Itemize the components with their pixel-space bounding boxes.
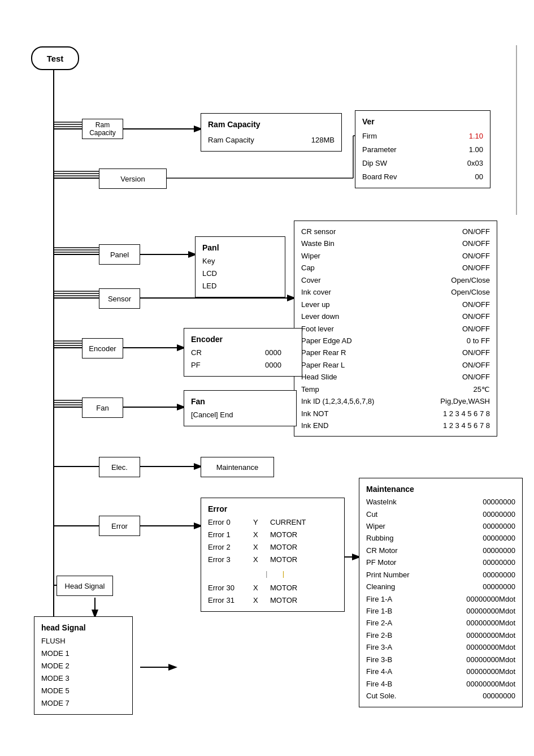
error-row-col: X bbox=[253, 594, 262, 607]
maintenance-row-label: Fire 1-B bbox=[366, 605, 392, 617]
sensor-row-label: Temp bbox=[301, 383, 319, 395]
ram-panel-label: Ram Capacity bbox=[208, 134, 254, 146]
sensor-row-label: Ink ID (1,2,3,4,5,6,7,8) bbox=[301, 395, 374, 407]
sensor-row-label: Waste Bin bbox=[301, 237, 335, 249]
panl-item: LCD bbox=[202, 267, 278, 280]
maintenance-row: Fire 4-B00000000Mdot bbox=[366, 678, 515, 690]
sensor-row: Ink coverOpen/Close bbox=[301, 286, 490, 298]
error-row-col: X bbox=[253, 541, 262, 554]
sensor-row-label: Lever down bbox=[301, 310, 339, 322]
encoder-panel: EncoderCR0000PF0000 bbox=[184, 328, 302, 377]
maintenance-row-label: Print Number bbox=[366, 569, 410, 581]
ver-title: Ver bbox=[362, 115, 483, 129]
maintenance-row-label: Fire 3-B bbox=[366, 654, 392, 666]
panel-box: Panel bbox=[99, 244, 140, 265]
fan-label: Fan bbox=[96, 404, 108, 412]
encoder-row-label: PF bbox=[191, 359, 201, 371]
sensor-row: Head SlideON/OFF bbox=[301, 371, 490, 383]
sensor-row: Lever upON/OFF bbox=[301, 299, 490, 310]
version-box: Version bbox=[99, 169, 167, 189]
error-row-value: MOTOR bbox=[270, 594, 297, 607]
ram-capacity-small-label: Ram Capacity bbox=[84, 121, 121, 137]
sensor-row-label: Lever up bbox=[301, 299, 330, 310]
maintenance-row: CR Motor00000000 bbox=[366, 545, 515, 556]
ver-row-value: 0x03 bbox=[467, 157, 483, 170]
sensor-row-label: Head Slide bbox=[301, 371, 337, 383]
encoder-box: Encoder bbox=[82, 338, 123, 358]
sensor-row: Ink END1 2 3 4 5 6 7 8 bbox=[301, 420, 490, 431]
sensor-box: Sensor bbox=[99, 288, 140, 309]
maintenance-row-label: Fire 1-A bbox=[366, 593, 392, 605]
sensor-row-value: 1 2 3 4 5 6 7 8 bbox=[443, 408, 490, 420]
ram-capacity-panel: Ram Capacity Ram Capacity 128MB bbox=[201, 113, 342, 152]
error-box: Error bbox=[99, 516, 140, 536]
error-dots: | | bbox=[208, 566, 337, 582]
sensor-panel: CR sensorON/OFFWaste BinON/OFFWiperON/OF… bbox=[294, 221, 497, 437]
maintenance-row: WasteInk00000000 bbox=[366, 496, 515, 508]
sensor-row-label: Paper Rear L bbox=[301, 359, 345, 371]
maintenance-row: Cut Sole.00000000 bbox=[366, 690, 515, 702]
fan-row: [Cancel] End bbox=[191, 409, 289, 421]
error-row: Error 31XMOTOR bbox=[208, 594, 337, 607]
head-signal-item: MODE 5 bbox=[41, 685, 125, 697]
ver-row-value: 1.10 bbox=[469, 130, 483, 142]
maintenance-row-label: Rubbing bbox=[366, 532, 393, 544]
sensor-row-value: 25℃ bbox=[474, 383, 490, 395]
head-signal-item: MODE 3 bbox=[41, 672, 125, 685]
panl-item: Key bbox=[202, 255, 278, 267]
maintenance-row-value: 00000000Mdot bbox=[466, 654, 515, 666]
sensor-row-value: Pig,Dye,WASH bbox=[440, 395, 490, 407]
head-signal-sub-panel: head SignalFLUSHMODE 1MODE 2MODE 3MODE 5… bbox=[34, 616, 133, 715]
right-divider bbox=[516, 45, 517, 215]
sensor-row-value: ON/OFF bbox=[462, 250, 490, 262]
maintenance-row-label: PF Motor bbox=[366, 556, 396, 568]
maintenance-row: Cleaning00000000 bbox=[366, 581, 515, 593]
maintenance-row-value: 00000000Mdot bbox=[466, 666, 515, 677]
maintenance-row-label: Cut Sole. bbox=[366, 690, 396, 702]
maintenance-title: Maintenance bbox=[366, 483, 515, 496]
elec-box: Elec. bbox=[99, 457, 140, 477]
sensor-row: Lever downON/OFF bbox=[301, 310, 490, 322]
ver-row: Board Rev00 bbox=[362, 171, 483, 183]
sensor-row-label: Cap bbox=[301, 262, 315, 274]
ver-row-label: Dip SW bbox=[362, 157, 387, 170]
maintenance-row-value: 00000000 bbox=[483, 520, 515, 532]
error-row-label: Error 30 bbox=[208, 582, 245, 594]
maintenance-row: PF Motor00000000 bbox=[366, 556, 515, 568]
maintenance-row-label: CR Motor bbox=[366, 545, 398, 556]
sensor-row: Paper Rear LON/OFF bbox=[301, 359, 490, 371]
maintenance-row: Fire 3-A00000000Mdot bbox=[366, 641, 515, 653]
error-row: Error 0YCURRENT bbox=[208, 516, 337, 529]
sensor-row: Ink NOT1 2 3 4 5 6 7 8 bbox=[301, 408, 490, 420]
panl-panel: PanlKeyLCDLED bbox=[195, 236, 285, 297]
panl-title: Panl bbox=[202, 241, 278, 255]
elec-label: Elec. bbox=[111, 463, 128, 472]
sensor-row-label: Wiper bbox=[301, 250, 320, 262]
error-panel: ErrorError 0YCURRENTError 1XMOTORError 2… bbox=[201, 498, 345, 612]
error-row-col: Y bbox=[253, 516, 262, 529]
test-label: Test bbox=[47, 54, 64, 63]
ver-panel: VerFirm1.10Parameter1.00Dip SW0x03Board … bbox=[355, 110, 490, 188]
maintenance-row-value: 00000000Mdot bbox=[466, 678, 515, 690]
maintenance-row-value: 00000000 bbox=[483, 545, 515, 556]
maintenance-label: Maintenance bbox=[216, 463, 258, 472]
error-row: Error 3XMOTOR bbox=[208, 554, 337, 566]
error-row-value: CURRENT bbox=[270, 516, 306, 529]
sensor-row-value: ON/OFF bbox=[462, 323, 490, 335]
head-signal-label: Head Signal bbox=[65, 582, 105, 590]
sensor-row-label: CR sensor bbox=[301, 226, 336, 237]
encoder-row-value: 0000 bbox=[265, 347, 281, 359]
ver-row: Dip SW0x03 bbox=[362, 157, 483, 170]
maintenance-row: Fire 2-A00000000Mdot bbox=[366, 617, 515, 629]
maintenance-row-value: 00000000 bbox=[483, 496, 515, 508]
fan-box: Fan bbox=[82, 398, 123, 418]
maintenance-row-value: 00000000 bbox=[483, 569, 515, 581]
maintenance-row-value: 00000000 bbox=[483, 581, 515, 593]
encoder-title: Encoder bbox=[191, 333, 295, 347]
ver-row-label: Parameter bbox=[362, 144, 397, 156]
sensor-row-label: Ink cover bbox=[301, 286, 331, 298]
sensor-label: Sensor bbox=[108, 295, 131, 303]
encoder-row: PF0000 bbox=[191, 359, 281, 371]
maintenance-row: Print Number00000000 bbox=[366, 569, 515, 581]
maintenance-row: Fire 1-A00000000Mdot bbox=[366, 593, 515, 605]
